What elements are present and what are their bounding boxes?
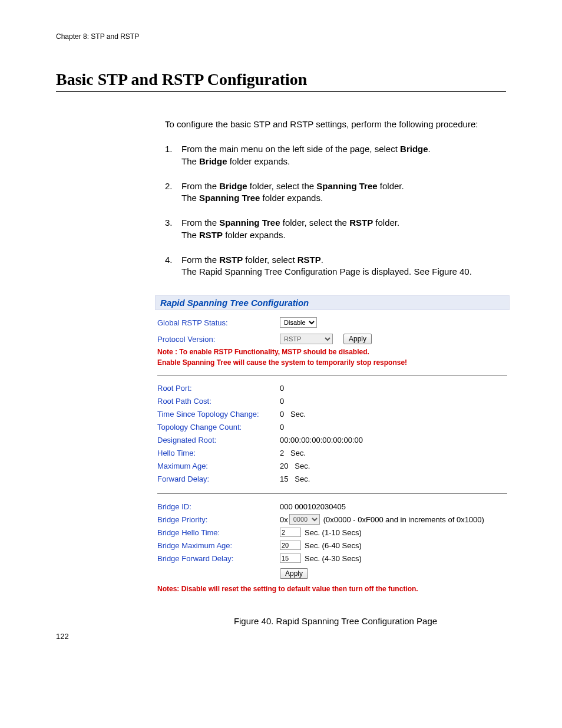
step-text: Form the RSTP folder, select RSTP. The R… bbox=[181, 254, 506, 278]
text: folder. bbox=[378, 181, 404, 191]
divider bbox=[157, 493, 507, 494]
panel-title: Rapid Spanning Tree Configuration bbox=[155, 295, 510, 310]
text: folder expands. bbox=[223, 230, 286, 240]
root-port-value: 0 bbox=[280, 384, 284, 393]
step-number: 4. bbox=[165, 254, 181, 278]
text: Form the bbox=[181, 255, 219, 265]
text: folder expands. bbox=[260, 193, 323, 203]
note-mstp-disabled: Note : To enable RSTP Functionality, MST… bbox=[157, 348, 507, 356]
bridge-priority-hint: (0x0000 - 0xF000 and in increments of 0x… bbox=[323, 515, 484, 524]
protocol-version-label: Protocol Version: bbox=[157, 335, 280, 344]
page-title: Basic STP and RSTP Configuration bbox=[56, 70, 506, 92]
text: folder, select the bbox=[280, 218, 350, 228]
bridge-priority-label: Bridge Priority: bbox=[157, 515, 280, 524]
bold-text: RSTP bbox=[297, 255, 321, 265]
text: . bbox=[321, 255, 323, 265]
root-port-label: Root Port: bbox=[157, 384, 280, 393]
bold-text: Spanning Tree bbox=[199, 193, 260, 203]
text: folder, select bbox=[243, 255, 297, 265]
rstp-config-panel: Rapid Spanning Tree Configuration Global… bbox=[155, 295, 510, 595]
text: From the main menu on the left side of t… bbox=[181, 144, 400, 154]
root-path-cost-value: 0 bbox=[280, 397, 284, 406]
tc-count-label: Topology Change Count: bbox=[157, 423, 280, 431]
text: folder expands. bbox=[227, 156, 290, 166]
step-number: 1. bbox=[165, 143, 181, 167]
global-rstp-status-select[interactable]: Disable bbox=[280, 317, 317, 328]
text: From the bbox=[181, 218, 219, 228]
text: The Rapid Spanning Tree Configuration Pa… bbox=[181, 266, 472, 276]
figure-caption: Figure 40. Rapid Spanning Tree Configura… bbox=[165, 616, 506, 626]
text: From the bbox=[181, 181, 219, 191]
protocol-version-select[interactable]: RSTP bbox=[280, 334, 333, 344]
apply-button-bottom[interactable]: Apply bbox=[280, 568, 308, 579]
root-path-cost-label: Root Path Cost: bbox=[157, 397, 280, 406]
bridge-priority-prefix: 0x bbox=[280, 515, 288, 524]
global-rstp-status-label: Global RSTP Status: bbox=[157, 318, 280, 327]
text: The bbox=[181, 193, 199, 203]
bridge-hello-input[interactable] bbox=[280, 528, 301, 537]
note-disable-reset: Notes: Disable will reset the setting to… bbox=[157, 585, 507, 593]
bold-text: Spanning Tree bbox=[219, 218, 280, 228]
bridge-max-age-input[interactable] bbox=[280, 541, 301, 550]
step-text: From the main menu on the left side of t… bbox=[181, 143, 506, 167]
text: The bbox=[181, 230, 199, 240]
bridge-hello-hint: Sec. (1-10 Secs) bbox=[305, 528, 362, 537]
bridge-id-value: 000 000102030405 bbox=[280, 502, 346, 511]
bold-text: Bridge bbox=[400, 144, 428, 154]
chapter-header: Chapter 8: STP and RSTP bbox=[56, 32, 506, 41]
bridge-id-label: Bridge ID: bbox=[157, 502, 280, 511]
step-text: From the Spanning Tree folder, select th… bbox=[181, 217, 506, 241]
bridge-max-age-hint: Sec. (6-40 Secs) bbox=[305, 541, 362, 550]
max-age-label: Maximum Age: bbox=[157, 462, 280, 470]
intro-paragraph: To configure the basic STP and RSTP sett… bbox=[165, 118, 506, 130]
designated-root-label: Designated Root: bbox=[157, 436, 280, 444]
bold-text: RSTP bbox=[199, 230, 223, 240]
time-since-tc-value: 0 Sec. bbox=[280, 410, 306, 419]
forward-delay-value: 15 Sec. bbox=[280, 475, 310, 483]
step-number: 3. bbox=[165, 217, 181, 241]
forward-delay-label: Forward Delay: bbox=[157, 475, 280, 483]
step-number: 2. bbox=[165, 180, 181, 205]
step-1: 1. From the main menu on the left side o… bbox=[165, 143, 506, 167]
bridge-fwd-delay-hint: Sec. (4-30 Secs) bbox=[305, 554, 362, 563]
text: folder, select the bbox=[247, 181, 317, 191]
text: The bbox=[181, 156, 199, 166]
divider bbox=[157, 375, 507, 375]
note-stop-response: Enable Spanning Tree will cause the syst… bbox=[157, 358, 507, 367]
step-4: 4. Form the RSTP folder, select RSTP. Th… bbox=[165, 254, 506, 278]
page-number: 122 bbox=[56, 632, 69, 641]
step-2: 2. From the Bridge folder, select the Sp… bbox=[165, 180, 506, 205]
max-age-value: 20 Sec. bbox=[280, 462, 310, 470]
bridge-fwd-delay-input[interactable] bbox=[280, 554, 301, 563]
bridge-max-age-label: Bridge Maximum Age: bbox=[157, 541, 280, 550]
bridge-hello-label: Bridge Hello Time: bbox=[157, 528, 280, 537]
bold-text: RSTP bbox=[349, 218, 373, 228]
bold-text: Spanning Tree bbox=[316, 181, 377, 191]
bold-text: Bridge bbox=[199, 156, 227, 166]
step-3: 3. From the Spanning Tree folder, select… bbox=[165, 217, 506, 241]
designated-root-value: 00:00:00:00:00:00:00:00 bbox=[280, 436, 363, 444]
bold-text: RSTP bbox=[219, 255, 243, 265]
text: folder. bbox=[373, 218, 399, 228]
bridge-priority-select[interactable]: 0000 bbox=[289, 514, 320, 525]
tc-count-value: 0 bbox=[280, 423, 284, 431]
hello-time-value: 2 Sec. bbox=[280, 449, 306, 457]
time-since-tc-label: Time Since Topology Change: bbox=[157, 410, 280, 419]
hello-time-label: Hello Time: bbox=[157, 449, 280, 457]
bridge-fwd-delay-label: Bridge Forward Delay: bbox=[157, 554, 280, 563]
bold-text: Bridge bbox=[219, 181, 247, 191]
apply-button-top[interactable]: Apply bbox=[343, 334, 372, 344]
text: . bbox=[428, 144, 431, 154]
step-text: From the Bridge folder, select the Spann… bbox=[181, 180, 506, 205]
